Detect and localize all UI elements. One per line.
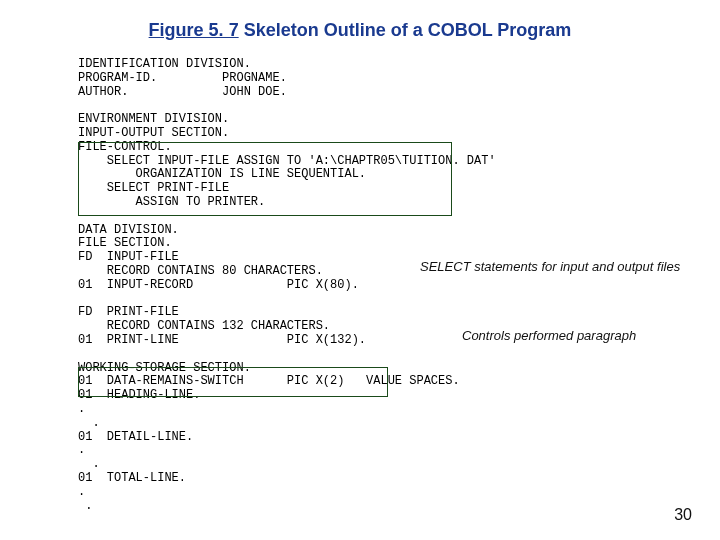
annotation-select-statements: SELECT statements for input and output f… <box>420 259 680 274</box>
figure-caption: Skeleton Outline of a COBOL Program <box>244 20 572 40</box>
page-number: 30 <box>674 506 692 524</box>
code-block: IDENTIFICATION DIVISION. PROGRAM-ID. PRO… <box>78 58 496 513</box>
annotation-controls-paragraph: Controls performed paragraph <box>462 328 636 343</box>
figure-title: Figure 5. 7 Skeleton Outline of a COBOL … <box>0 0 720 49</box>
figure-number: Figure 5. 7 <box>149 20 239 40</box>
